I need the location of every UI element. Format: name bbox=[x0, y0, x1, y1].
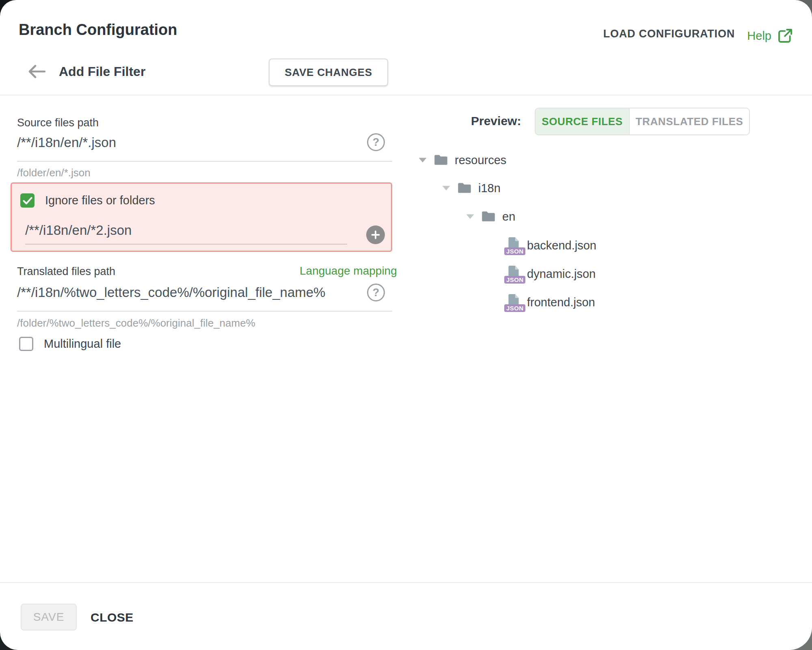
multilingual-checkbox[interactable] bbox=[19, 337, 33, 351]
ignore-pattern-underline bbox=[25, 244, 347, 245]
translated-path-hint: /folder/%two_letters_code%/%original_fil… bbox=[17, 317, 255, 329]
save-changes-button[interactable]: SAVE CHANGES bbox=[269, 58, 388, 86]
tab-source-files[interactable]: SOURCE FILES bbox=[536, 108, 629, 134]
tree-row-folder-en[interactable]: en bbox=[412, 207, 515, 226]
multilingual-checkbox-row[interactable]: Multilingual file bbox=[19, 337, 121, 351]
caret-down-icon[interactable] bbox=[418, 157, 427, 163]
json-badge: JSON bbox=[504, 247, 525, 255]
caret-down-icon[interactable] bbox=[466, 214, 475, 219]
caret-down-icon[interactable] bbox=[442, 185, 451, 191]
load-configuration-button[interactable]: LOAD CONFIGURATION bbox=[603, 28, 735, 40]
tree-row-folder-i18n[interactable]: i18n bbox=[412, 179, 501, 197]
translated-path-underline bbox=[17, 311, 392, 312]
checkmark-icon bbox=[23, 197, 32, 205]
close-button[interactable]: CLOSE bbox=[91, 611, 134, 624]
tree-item-label: dynamic.json bbox=[527, 267, 596, 281]
external-link-icon bbox=[777, 28, 793, 44]
json-badge: JSON bbox=[504, 304, 525, 312]
page-title: Branch Configuration bbox=[19, 21, 177, 39]
tree-row-file-frontend[interactable]: JSON frontend.json bbox=[412, 293, 595, 312]
help-label: Help bbox=[747, 29, 771, 43]
branch-configuration-dialog: Branch Configuration LOAD CONFIGURATION … bbox=[0, 0, 812, 650]
ignore-files-label: Ignore files or folders bbox=[45, 194, 155, 207]
help-link[interactable]: Help bbox=[747, 28, 793, 44]
translated-files-path-label: Translated files path bbox=[17, 265, 115, 278]
filter-title: Add File Filter bbox=[59, 64, 145, 79]
source-path-hint: /folder/en/*.json bbox=[17, 167, 91, 179]
preview-label: Preview: bbox=[471, 114, 521, 128]
source-files-path-label: Source files path bbox=[17, 117, 99, 129]
footer-divider bbox=[0, 582, 812, 583]
plus-icon bbox=[371, 230, 380, 239]
source-path-input[interactable]: /**/i18n/en/*.json bbox=[17, 135, 116, 150]
json-file-icon: JSON bbox=[507, 237, 520, 254]
tree-row-folder-resources[interactable]: resources bbox=[412, 151, 506, 169]
tree-item-label: en bbox=[502, 210, 515, 223]
language-mapping-link[interactable]: Language mapping bbox=[300, 264, 397, 277]
folder-icon bbox=[457, 182, 472, 194]
multilingual-label: Multilingual file bbox=[44, 337, 121, 351]
tree-item-label: frontend.json bbox=[527, 296, 595, 309]
tree-item-label: i18n bbox=[478, 182, 501, 195]
add-ignore-pattern-button[interactable] bbox=[366, 225, 385, 244]
header-divider bbox=[0, 95, 812, 95]
translated-path-input[interactable]: /**/i18n/%two_letters_code%/%original_fi… bbox=[17, 285, 325, 300]
tab-translated-files[interactable]: TRANSLATED FILES bbox=[629, 108, 749, 134]
save-button[interactable]: SAVE bbox=[21, 604, 77, 630]
json-badge: JSON bbox=[504, 276, 525, 284]
translated-path-help-icon[interactable]: ? bbox=[367, 284, 385, 301]
json-file-icon: JSON bbox=[507, 265, 520, 282]
tree-row-file-dynamic[interactable]: JSON dynamic.json bbox=[412, 264, 596, 283]
tree-item-label: resources bbox=[455, 154, 506, 167]
source-path-underline bbox=[17, 161, 392, 162]
folder-icon bbox=[434, 154, 448, 166]
ignore-pattern-input[interactable]: /**/i18n/en/*2.json bbox=[25, 223, 132, 238]
ignore-files-checkbox[interactable] bbox=[20, 193, 35, 208]
source-path-help-icon[interactable]: ? bbox=[367, 133, 385, 151]
tree-item-label: backend.json bbox=[527, 239, 596, 252]
back-arrow-icon[interactable] bbox=[28, 63, 46, 80]
ignore-files-highlight-box: Ignore files or folders /**/i18n/en/*2.j… bbox=[11, 182, 392, 252]
folder-icon bbox=[481, 210, 496, 223]
tree-row-file-backend[interactable]: JSON backend.json bbox=[412, 236, 596, 255]
ignore-files-checkbox-row[interactable]: Ignore files or folders bbox=[20, 193, 155, 208]
json-file-icon: JSON bbox=[507, 294, 520, 311]
preview-toggle-group: SOURCE FILES TRANSLATED FILES bbox=[535, 108, 750, 135]
